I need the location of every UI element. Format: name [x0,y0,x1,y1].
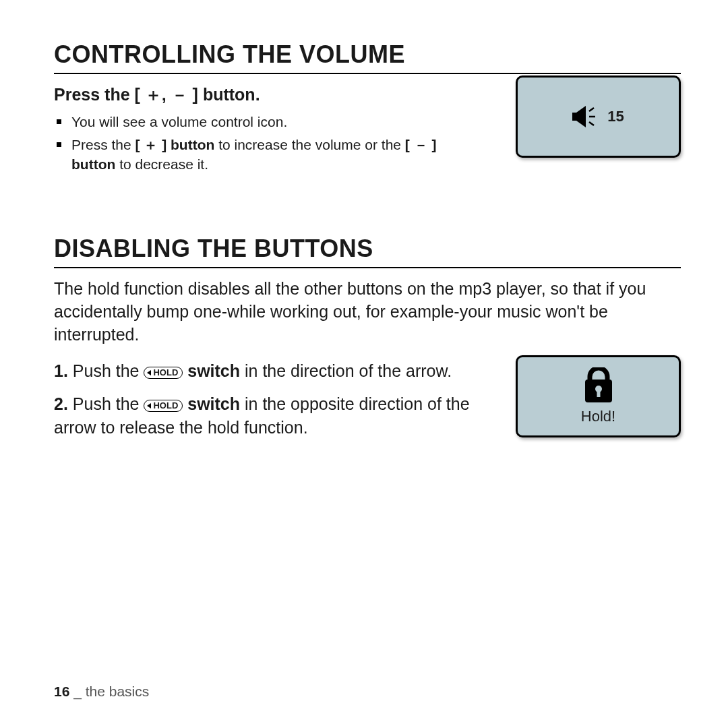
svg-marker-1 [576,106,586,127]
hold-switch-label: HOLD [153,400,178,411]
page-number: 16 [54,684,69,699]
svg-line-2 [589,108,594,111]
text: Press the [71,137,135,152]
button-ref: [ ＋, － ] button [135,85,255,104]
screen-volume: 15 [516,75,681,158]
chapter-name: the basics [86,684,150,699]
svg-rect-7 [597,389,600,397]
step-number: 2. [54,394,68,413]
step-number: 1. [54,361,68,380]
svg-rect-0 [572,113,576,121]
step: 1. Push the HOLD switch in the direction… [54,359,485,383]
section-hold: DISABLING THE BUTTONS The hold function … [54,235,681,439]
heading-hold: DISABLING THE BUTTONS [54,235,681,268]
separator: _ [69,684,85,699]
text: . [255,85,260,104]
text: You will see a volume control icon. [71,114,287,129]
steps-wrap: 1. Push the HOLD switch in the direction… [54,359,681,439]
bullet: You will see a volume control icon. [57,113,472,131]
button-ref: [ ＋ ] button [135,137,215,152]
hold-switch-label: HOLD [153,367,178,377]
screen-hold: Hold! [516,355,681,437]
hold-switch-icon: HOLD [144,367,183,379]
svg-line-4 [589,122,594,125]
steps-list: 1. Push the HOLD switch in the direction… [54,359,485,439]
volume-value: 15 [607,108,624,125]
hold-label: Hold! [581,408,615,425]
text: Press the [54,85,135,104]
text: to increase the volume or the [214,137,405,152]
text: in the direction of the arrow. [240,361,452,380]
footer: 16 _ the basics [54,684,149,700]
volume-icon [572,104,601,129]
text: to decrease it. [115,156,208,172]
intro-text: The hold function disables all the other… [54,278,681,346]
text: Push the [68,394,144,413]
heading-volume: CONTROLLING THE VOLUME [54,40,681,74]
bullet-list: You will see a volume control icon. Pres… [54,113,472,174]
step: 2. Push the HOLD switch in the opposite … [54,392,485,439]
text: switch [187,394,240,413]
hold-switch-icon: HOLD [144,400,183,412]
text: Push the [68,361,144,380]
bullet: Press the [ ＋ ] button to increase the v… [57,135,472,174]
text: switch [187,361,240,380]
section-volume: CONTROLLING THE VOLUME Press the [ ＋, － … [54,40,681,174]
lock-icon [582,367,615,405]
